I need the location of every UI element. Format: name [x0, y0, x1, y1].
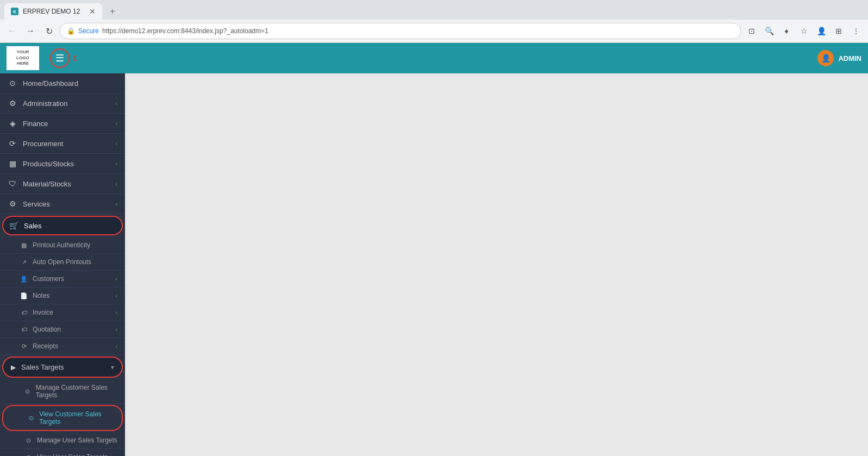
app-container: YOURLOGOHERE ☰ 1 👤 ADMIN ⊙ Home/Dashboar… — [0, 43, 868, 456]
quotation-chevron: ‹ — [115, 326, 117, 333]
services-chevron: ‹ — [115, 201, 117, 207]
administration-chevron: ‹ — [115, 100, 117, 107]
sidebar-subitem-quotation-label: Quotation — [33, 326, 61, 333]
invoice-chevron: ‹ — [115, 309, 117, 316]
annotation-1: 1 — [73, 54, 77, 63]
tab-title: ERPREV DEMO 12 — [23, 8, 80, 15]
reader-button[interactable]: ♦ — [779, 23, 794, 39]
user-avatar: 👤 — [817, 50, 834, 66]
logo: YOURLOGOHERE — [7, 46, 39, 70]
back-button[interactable]: ← — [4, 23, 20, 39]
lock-icon: 🔒 — [67, 27, 75, 35]
tab-close-button[interactable]: ✕ — [89, 7, 96, 16]
sidebar-subitem-auto-open-printouts-label: Auto Open Printouts — [33, 258, 91, 266]
app-header: YOURLOGOHERE ☰ 1 👤 ADMIN — [0, 43, 868, 73]
bookmark-button[interactable]: ☆ — [796, 23, 811, 39]
sidebar-item-finance-label: Finance — [23, 120, 110, 128]
cast-button[interactable]: ⊡ — [744, 23, 759, 39]
finance-chevron: ‹ — [115, 120, 117, 127]
sidebar-subitem-receipts[interactable]: ⟳ Receipts ‹ — [0, 338, 125, 355]
sidebar-subitem-manage-customer-sales-targets[interactable]: ⊙ Manage Customer Sales Targets — [0, 379, 125, 404]
finance-icon: ◈ — [8, 119, 17, 128]
products-stocks-chevron: ‹ — [115, 160, 117, 167]
sidebar-item-products-stocks-label: Products/Stocks — [23, 160, 110, 168]
sidebar-item-administration-label: Administration — [23, 99, 110, 108]
manage-user-st-icon: ⊙ — [24, 437, 33, 444]
browser-tab-active[interactable]: E ERPREV DEMO 12 ✕ — [4, 3, 102, 20]
sales-targets-expand-icon: ▶ — [11, 364, 16, 371]
sales-icon: 🛒 — [9, 221, 18, 230]
refresh-button[interactable]: ↻ — [41, 23, 57, 39]
sidebar-subitem-auto-open-printouts[interactable]: ↗ Auto Open Printouts — [0, 254, 125, 271]
services-icon: ⚙ — [8, 199, 17, 208]
sidebar-subitem-view-customer-sales-targets[interactable]: ⊙ View Customer Sales Targets — [2, 405, 123, 431]
administration-icon: ⚙ — [8, 99, 17, 108]
sidebar-item-home-label: Home/Dashboard — [23, 79, 117, 88]
customers-chevron: ‹ — [115, 276, 117, 282]
sidebar-group-sales-targets[interactable]: ▶ Sales Targets ▾ — [2, 357, 123, 378]
sidebar-subitem-invoice-label: Invoice — [33, 309, 53, 316]
sidebar-item-material-stocks-label: Material/Stocks — [23, 180, 110, 188]
main-content: ⊙ Home/Dashboard ⚙ Administration ‹ ◈ Fi… — [0, 73, 868, 456]
sidebar-subitem-printout-authenticity[interactable]: ▦ Printout Authenticity — [0, 237, 125, 254]
procurement-icon: ⟳ — [8, 139, 17, 148]
sidebar-item-administration[interactable]: ⚙ Administration ‹ — [0, 93, 125, 114]
sidebar-item-services-label: Services — [23, 200, 110, 208]
url-text: https://demo12.erprev.com:8443/index.jsp… — [102, 27, 268, 35]
printout-authenticity-icon: ▦ — [20, 242, 28, 249]
sidebar-item-sales-label: Sales — [24, 222, 116, 230]
sidebar-subitem-manage-user-sales-targets[interactable]: ⊙ Manage User Sales Targets — [0, 432, 125, 449]
sidebar-item-procurement[interactable]: ⟳ Procurement ‹ — [0, 134, 125, 154]
home-icon: ⊙ — [8, 79, 17, 88]
sidebar-subitem-printout-authenticity-label: Printout Authenticity — [33, 241, 90, 249]
sidebar-subitem-view-user-sales-targets-label: View User Sales Targets — [37, 453, 108, 456]
browser-navigation: ← → ↻ 🔒 Secure https://demo12.erprev.com… — [0, 20, 868, 42]
material-stocks-chevron: ‹ — [115, 180, 117, 187]
notes-icon: 📄 — [20, 292, 28, 299]
sidebar-item-finance[interactable]: ◈ Finance ‹ — [0, 114, 125, 134]
sidebar-subitem-manage-user-sales-targets-label: Manage User Sales Targets — [37, 436, 117, 444]
sidebar-group-sales-targets-label: Sales Targets — [21, 363, 64, 371]
invoice-icon: 🏷 — [20, 309, 28, 316]
sidebar-item-material-stocks[interactable]: 🛡 Material/Stocks ‹ — [0, 174, 125, 194]
extensions-button[interactable]: ⊞ — [831, 23, 846, 39]
sidebar: ⊙ Home/Dashboard ⚙ Administration ‹ ◈ Fi… — [0, 73, 125, 456]
sidebar-subitem-view-customer-sales-targets-label: View Customer Sales Targets — [39, 410, 114, 426]
sales-targets-chevron: ▾ — [111, 364, 114, 371]
browser-tabs: E ERPREV DEMO 12 ✕ + — [0, 0, 868, 20]
nav-icons-right: ⊡ 🔍 ♦ ☆ 👤 ⊞ ⋮ — [744, 23, 864, 39]
menu-button[interactable]: ⋮ — [848, 23, 864, 39]
sidebar-item-services[interactable]: ⚙ Services ‹ — [0, 194, 125, 214]
view-user-st-icon: ⊙ — [24, 454, 33, 457]
header-right: 👤 ADMIN — [817, 50, 861, 66]
sidebar-item-products-stocks[interactable]: ▦ Products/Stocks ‹ — [0, 154, 125, 174]
sidebar-item-home[interactable]: ⊙ Home/Dashboard — [0, 73, 125, 93]
procurement-chevron: ‹ — [115, 140, 117, 147]
sidebar-subitem-view-user-sales-targets[interactable]: ⊙ View User Sales Targets — [0, 449, 125, 456]
view-customer-st-icon: ⊙ — [27, 415, 35, 422]
forward-button[interactable]: → — [23, 23, 38, 39]
sidebar-subitem-notes[interactable]: 📄 Notes ‹ — [0, 288, 125, 304]
zoom-button[interactable]: 🔍 — [761, 23, 777, 39]
hamburger-button[interactable]: ☰ — [50, 48, 70, 68]
sidebar-subitem-manage-customer-sales-targets-label: Manage Customer Sales Targets — [36, 384, 117, 399]
new-tab-button[interactable]: + — [104, 3, 121, 20]
sidebar-item-procurement-label: Procurement — [23, 140, 110, 148]
sidebar-subitem-invoice[interactable]: 🏷 Invoice ‹ — [0, 304, 125, 321]
sidebar-subitem-quotation[interactable]: 🏷 Quotation ‹ — [0, 321, 125, 338]
auto-open-printouts-icon: ↗ — [20, 259, 28, 266]
receipts-icon: ⟳ — [20, 343, 28, 350]
browser-chrome: E ERPREV DEMO 12 ✕ + ← → ↻ 🔒 Secure http… — [0, 0, 868, 43]
sidebar-subitem-receipts-label: Receipts — [33, 342, 58, 350]
quotation-icon: 🏷 — [20, 326, 28, 333]
sidebar-item-sales[interactable]: 🛒 Sales — [2, 216, 123, 235]
profile-button[interactable]: 👤 — [814, 23, 829, 39]
address-bar[interactable]: 🔒 Secure https://demo12.erprev.com:8443/… — [60, 23, 741, 39]
manage-customer-st-icon: ⊙ — [24, 388, 32, 395]
user-name: ADMIN — [838, 54, 861, 63]
secure-label: Secure — [78, 27, 99, 35]
sidebar-subitem-customers[interactable]: 👤 Customers ‹ — [0, 271, 125, 288]
customers-icon: 👤 — [20, 276, 28, 283]
tab-favicon: E — [11, 8, 18, 15]
notes-chevron: ‹ — [115, 292, 117, 299]
